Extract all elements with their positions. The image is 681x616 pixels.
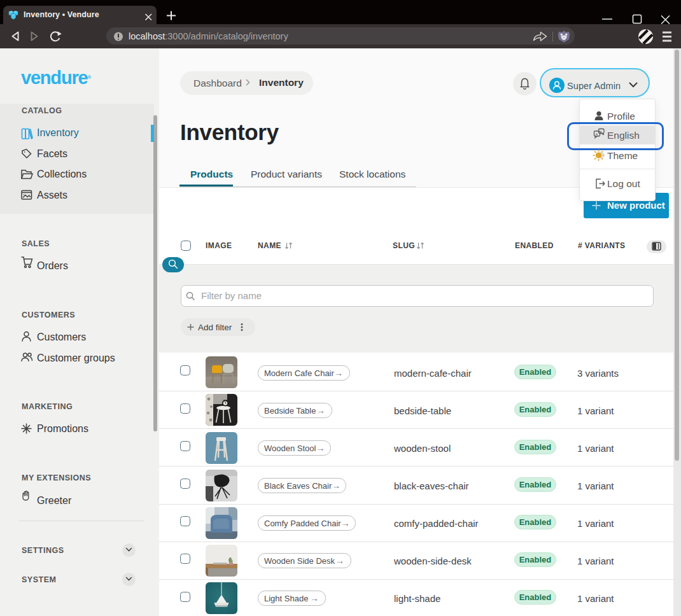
svg-text:a: a: [600, 130, 603, 134]
svg-text:A: A: [596, 132, 598, 136]
